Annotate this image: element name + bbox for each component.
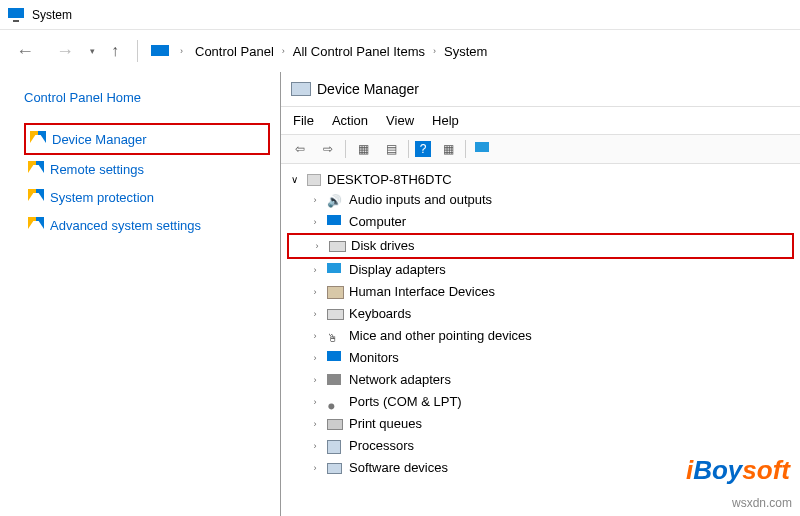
breadcrumb-item-allitems[interactable]: All Control Panel Items bbox=[291, 42, 427, 61]
toolbar-details-icon[interactable]: ▤ bbox=[380, 139, 402, 159]
tree-item-label: Disk drives bbox=[351, 236, 415, 256]
up-button[interactable]: ↑ bbox=[105, 40, 125, 62]
expand-icon[interactable]: › bbox=[309, 414, 321, 434]
window-titlebar: System bbox=[0, 0, 800, 30]
audio-icon bbox=[327, 193, 343, 207]
toolbar-monitor-icon[interactable] bbox=[472, 139, 494, 159]
nav-separator bbox=[137, 40, 138, 62]
network-icon bbox=[327, 373, 343, 387]
devmgr-titlebar: Device Manager bbox=[281, 72, 800, 107]
tree-item-computer[interactable]: ›Computer bbox=[287, 211, 794, 233]
toolbar-divider bbox=[345, 140, 346, 158]
breadcrumb-item-system[interactable]: System bbox=[442, 42, 489, 61]
display-icon bbox=[327, 263, 343, 277]
expand-icon[interactable]: › bbox=[309, 260, 321, 280]
task-label: Advanced system settings bbox=[50, 218, 201, 233]
device-manager-pane: Device Manager File Action View Help ⇦ ⇨… bbox=[280, 72, 800, 516]
brand-part: Boy bbox=[693, 455, 742, 485]
chevron-right-icon: › bbox=[433, 46, 436, 56]
collapse-icon[interactable]: ∨ bbox=[287, 174, 301, 185]
window-title: System bbox=[32, 8, 72, 22]
breadcrumb-root-icon[interactable] bbox=[150, 44, 168, 58]
watermark-brand: iBoysoft bbox=[686, 455, 790, 486]
tree-item-label: Software devices bbox=[349, 458, 448, 478]
hid-icon bbox=[327, 285, 343, 299]
devmgr-menubar: File Action View Help bbox=[281, 107, 800, 134]
tree-item-label: Network adapters bbox=[349, 370, 451, 390]
expand-icon[interactable]: › bbox=[309, 370, 321, 390]
expand-icon[interactable]: › bbox=[309, 304, 321, 324]
disk-icon bbox=[329, 239, 345, 253]
tree-item-disk-drives[interactable]: ›Disk drives bbox=[287, 233, 794, 259]
tree-root[interactable]: ∨ DESKTOP-8TH6DTC bbox=[287, 172, 794, 187]
back-button[interactable]: ← bbox=[10, 39, 40, 64]
breadcrumb-item-controlpanel[interactable]: Control Panel bbox=[193, 42, 276, 61]
monitor-icon bbox=[327, 351, 343, 365]
task-device-manager[interactable]: Device Manager bbox=[24, 123, 270, 155]
tree-item-monitors[interactable]: ›Monitors bbox=[287, 347, 794, 369]
toolbar-view-icon[interactable]: ▦ bbox=[352, 139, 374, 159]
keyboard-icon bbox=[327, 307, 343, 321]
task-advanced-settings[interactable]: Advanced system settings bbox=[24, 211, 270, 239]
toolbar-forward-icon[interactable]: ⇨ bbox=[317, 139, 339, 159]
chevron-right-icon: › bbox=[282, 46, 285, 56]
menu-view[interactable]: View bbox=[386, 113, 414, 128]
computer-icon bbox=[327, 215, 343, 229]
navigation-bar: ← → ▾ ↑ › Control Panel › All Control Pa… bbox=[0, 30, 800, 72]
expand-icon[interactable]: › bbox=[309, 212, 321, 232]
expand-icon[interactable]: › bbox=[309, 392, 321, 412]
tree-item-network[interactable]: ›Network adapters bbox=[287, 369, 794, 391]
menu-file[interactable]: File bbox=[293, 113, 314, 128]
system-icon bbox=[8, 8, 24, 22]
shield-icon bbox=[28, 161, 44, 177]
tree-item-ports[interactable]: ›Ports (COM & LPT) bbox=[287, 391, 794, 413]
task-label: Remote settings bbox=[50, 162, 144, 177]
expand-icon[interactable]: › bbox=[309, 348, 321, 368]
ports-icon bbox=[327, 395, 343, 409]
expand-icon[interactable]: › bbox=[309, 436, 321, 456]
tree-item-audio[interactable]: ›Audio inputs and outputs bbox=[287, 189, 794, 211]
devmgr-icon bbox=[291, 80, 309, 98]
watermark-site: wsxdn.com bbox=[732, 496, 792, 510]
tree-item-label: Print queues bbox=[349, 414, 422, 434]
main-area: Control Panel Home Device Manager Remote… bbox=[0, 72, 800, 516]
tree-item-hid[interactable]: ›Human Interface Devices bbox=[287, 281, 794, 303]
tree-item-label: Monitors bbox=[349, 348, 399, 368]
tree-item-label: Audio inputs and outputs bbox=[349, 190, 492, 210]
tree-item-display[interactable]: ›Display adapters bbox=[287, 259, 794, 281]
processor-icon bbox=[327, 439, 343, 453]
toolbar-divider bbox=[465, 140, 466, 158]
expand-icon[interactable]: › bbox=[309, 458, 321, 478]
tree-item-processors[interactable]: ›Processors bbox=[287, 435, 794, 457]
task-label: System protection bbox=[50, 190, 154, 205]
task-system-protection[interactable]: System protection bbox=[24, 183, 270, 211]
root-label: DESKTOP-8TH6DTC bbox=[327, 172, 452, 187]
tree-item-keyboards[interactable]: ›Keyboards bbox=[287, 303, 794, 325]
forward-button[interactable]: → bbox=[50, 39, 80, 64]
printer-icon bbox=[327, 417, 343, 431]
expand-icon[interactable]: › bbox=[311, 236, 323, 256]
tree-item-label: Processors bbox=[349, 436, 414, 456]
expand-icon[interactable]: › bbox=[309, 326, 321, 346]
tree-item-label: Human Interface Devices bbox=[349, 282, 495, 302]
toolbar-help-icon[interactable]: ? bbox=[415, 141, 431, 157]
menu-action[interactable]: Action bbox=[332, 113, 368, 128]
tree-item-label: Display adapters bbox=[349, 260, 446, 280]
shield-icon bbox=[28, 217, 44, 233]
shield-icon bbox=[30, 131, 46, 147]
tree-item-label: Computer bbox=[349, 212, 406, 232]
tree-item-mice[interactable]: ›Mice and other pointing devices bbox=[287, 325, 794, 347]
menu-help[interactable]: Help bbox=[432, 113, 459, 128]
chevron-right-icon[interactable]: › bbox=[180, 46, 183, 56]
toolbar-scan-icon[interactable]: ▦ bbox=[437, 139, 459, 159]
history-dropdown-icon[interactable]: ▾ bbox=[90, 46, 95, 56]
task-remote-settings[interactable]: Remote settings bbox=[24, 155, 270, 183]
tree-item-print[interactable]: ›Print queues bbox=[287, 413, 794, 435]
expand-icon[interactable]: › bbox=[309, 190, 321, 210]
shield-icon bbox=[28, 189, 44, 205]
control-panel-home-link[interactable]: Control Panel Home bbox=[24, 90, 270, 105]
toolbar-divider bbox=[408, 140, 409, 158]
devmgr-toolbar: ⇦ ⇨ ▦ ▤ ? ▦ bbox=[281, 134, 800, 164]
expand-icon[interactable]: › bbox=[309, 282, 321, 302]
toolbar-back-icon[interactable]: ⇦ bbox=[289, 139, 311, 159]
